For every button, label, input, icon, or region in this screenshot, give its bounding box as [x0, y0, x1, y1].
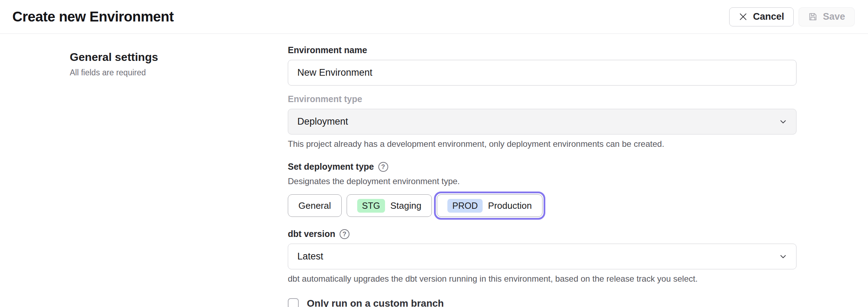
environment-name-field: Environment name [288, 45, 796, 86]
environment-name-label: Environment name [288, 45, 796, 55]
deployment-type-option-staging[interactable]: STG Staging [347, 194, 432, 217]
cancel-button[interactable]: Cancel [729, 7, 794, 26]
help-icon[interactable]: ? [378, 162, 388, 172]
deployment-type-option-label: Staging [390, 200, 421, 211]
settings-summary: General settings All fields are required [70, 49, 288, 307]
environment-type-select[interactable]: Deployment [288, 109, 796, 134]
deployment-type-option-general[interactable]: General [288, 194, 342, 217]
deployment-type-option-label: General [298, 200, 331, 211]
dbt-version-helper: dbt automatically upgrades the dbt versi… [288, 274, 796, 284]
save-button-label: Save [823, 11, 845, 22]
page-title: Create new Environment [12, 9, 174, 25]
dbt-version-label: dbt version ? [288, 229, 796, 239]
dbt-version-label-text: dbt version [288, 229, 335, 239]
main-content: General settings All fields are required… [0, 34, 868, 307]
header-actions: Cancel Save [729, 7, 855, 26]
dbt-version-value: Latest [297, 251, 323, 262]
deployment-type-options: General STG Staging PROD Production [288, 194, 796, 217]
custom-branch-field: Only run on a custom branch [288, 298, 796, 307]
help-icon[interactable]: ? [340, 229, 349, 239]
environment-form: Environment name Environment type Deploy… [288, 45, 796, 307]
stg-badge: STG [357, 199, 385, 213]
section-title: General settings [70, 51, 288, 64]
dbt-version-select[interactable]: Latest [288, 244, 796, 269]
deployment-type-option-production[interactable]: PROD Production [437, 194, 542, 217]
environment-type-helper: This project already has a development e… [288, 139, 796, 149]
environment-type-label: Environment type [288, 94, 796, 104]
cancel-button-label: Cancel [753, 11, 784, 22]
page-header: Create new Environment Cancel Save [0, 0, 868, 34]
section-subtitle: All fields are required [70, 68, 288, 77]
environment-type-value: Deployment [297, 116, 348, 127]
deployment-type-label-text: Set deployment type [288, 162, 374, 172]
custom-branch-checkbox[interactable] [288, 298, 299, 307]
save-button[interactable]: Save [799, 7, 855, 26]
chevron-down-icon [779, 117, 788, 126]
custom-branch-label[interactable]: Only run on a custom branch [307, 298, 444, 307]
deployment-type-option-label: Production [488, 200, 532, 211]
dbt-version-field: dbt version ? Latest dbt automatically u… [288, 229, 796, 284]
save-floppy-icon [808, 12, 818, 21]
deployment-type-helper: Designates the deployment environment ty… [288, 176, 796, 186]
deployment-type-label: Set deployment type ? [288, 162, 796, 172]
chevron-down-icon [779, 252, 788, 261]
close-icon [739, 12, 748, 21]
prod-badge: PROD [447, 199, 483, 213]
environment-name-input[interactable] [288, 60, 796, 86]
deployment-type-field: Set deployment type ? Designates the dep… [288, 162, 796, 217]
environment-type-field: Environment type Deployment This project… [288, 94, 796, 149]
